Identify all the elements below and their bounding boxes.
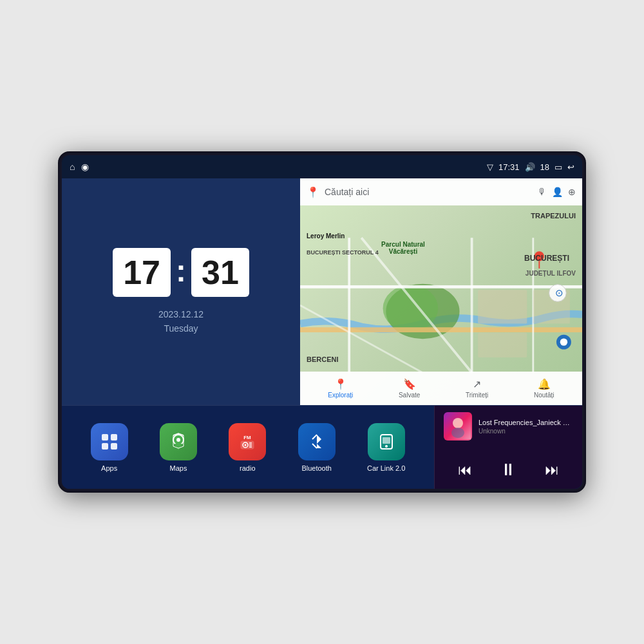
bt-icon-img [298,423,336,460]
volume-level: 18 [540,162,549,172]
mic-icon[interactable]: 🎙 [538,187,547,197]
share-icon: ↗ [473,378,481,390]
svg-rect-19 [111,434,117,440]
svg-point-1 [383,285,439,332]
clock-display: 17 : 31 [113,248,249,297]
svg-rect-20 [102,443,108,450]
nav-noutati[interactable]: 🔔 Noutăți [534,378,554,399]
apps-icon[interactable]: Apps [91,423,128,472]
map-widget[interactable]: 📍 Căutați aici 🎙 👤 ⊕ [300,178,582,405]
carlink-icon-img [368,423,405,460]
map-search-bar[interactable]: 📍 Căutați aici 🎙 👤 ⊕ [300,178,582,205]
signal-icon: ▽ [487,162,493,172]
music-top: Lost Frequencies_Janieck Devy-... Unknow… [444,412,573,440]
status-time: 17:31 [498,162,520,172]
carlink-label: Car Link 2.0 [367,464,405,472]
battery-icon: ▭ [554,162,562,172]
map-search-icons: 🎙 👤 ⊕ [538,187,576,197]
apps-label: Apps [101,464,117,472]
bucuresti-label: BUCUREȘTI [524,254,569,263]
nav-noutati-label: Noutăți [534,392,554,399]
news-icon: 🔔 [538,378,551,390]
judet-label: JUDEȚUL ILFOV [526,270,576,277]
radio-label: radio [240,464,255,472]
screen: ⌂ ◉ ▽ 17:31 🔊 18 ▭ ↩ 17 : 31 [62,155,582,489]
prev-button[interactable]: ⏮ [453,459,477,481]
top-section: 17 : 31 2023.12.12 Tuesday 📍 Căutați aic… [62,178,582,405]
status-right-info: ▽ 17:31 🔊 18 ▭ ↩ [487,162,574,172]
main-content: 17 : 31 2023.12.12 Tuesday 📍 Căutați aic… [62,178,582,489]
svg-rect-21 [111,443,117,450]
bluetooth-label: Bluetooth [301,464,331,472]
clock-hour: 17 [113,248,171,297]
apps-icon-img [91,423,128,460]
svg-rect-33 [383,437,390,444]
nav-explorați[interactable]: 📍 Explorați [328,378,353,399]
svg-point-37 [451,428,464,438]
maps-icon-img [160,423,197,460]
nav-salvate-label: Salvate [399,392,420,399]
app-grid: Apps Maps [62,406,434,489]
maps-label: Maps [170,464,187,472]
map-pin-icon: 📍 [307,186,319,198]
bluetooth-app-icon[interactable]: Bluetooth [298,423,336,472]
maps-app-icon[interactable]: Maps [160,423,197,472]
svg-point-28 [245,444,247,446]
nav-salvate[interactable]: 🔖 Salvate [399,378,420,399]
svg-text:FM: FM [244,435,252,440]
clock-widget: 17 : 31 2023.12.12 Tuesday [62,178,300,405]
svg-point-36 [453,418,463,428]
next-button[interactable]: ⏭ [540,459,564,481]
radio-app-icon[interactable]: FM radio [229,423,266,472]
volume-icon: 🔊 [525,162,535,172]
svg-rect-11 [478,333,527,357]
bottom-section: Apps Maps [62,405,582,489]
maps-icon[interactable]: ◉ [81,162,89,172]
clock-colon: : [176,253,186,289]
more-icon[interactable]: ⊕ [568,187,576,197]
nav-explora-label: Explorați [328,392,353,399]
map-search-text[interactable]: Căutați aici [325,187,533,197]
music-controls: ⏮ ⏸ ⏭ [444,457,573,482]
parc-label: Parcul Natural Văcărești [374,241,432,255]
trapezului-label: TRAPEZULUI [531,212,576,220]
svg-point-34 [385,445,388,448]
back-icon[interactable]: ↩ [567,162,574,172]
status-bar: ⌂ ◉ ▽ 17:31 🔊 18 ▭ ↩ [62,155,582,178]
sector4-label: BUCUREȘTI SECTORUL 4 [307,249,379,256]
nav-trimiteti-label: Trimiteți [466,392,488,399]
music-player: Lost Frequencies_Janieck Devy-... Unknow… [434,406,582,489]
svg-point-13 [560,338,567,345]
berceni-label: BERCENI [307,355,339,363]
nav-trimiteti[interactable]: ↗ Trimiteți [466,378,488,399]
music-title: Lost Frequencies_Janieck Devy-... [478,419,573,426]
account-icon[interactable]: 👤 [552,187,563,197]
music-info: Lost Frequencies_Janieck Devy-... Unknow… [478,419,573,435]
music-artist: Unknown [478,428,573,435]
clock-date: 2023.12.12 Tuesday [158,307,204,336]
play-pause-button[interactable]: ⏸ [495,457,522,482]
car-display: ⌂ ◉ ▽ 17:31 🔊 18 ▭ ↩ 17 : 31 [58,151,586,493]
music-thumbnail [444,412,472,440]
svg-text:⊙: ⊙ [555,287,564,298]
status-left-icons: ⌂ ◉ [70,162,89,172]
leroy-label: Leroy Merlin [307,232,345,240]
saved-icon: 🔖 [403,378,416,390]
radio-icon-img: FM [229,423,266,460]
carlink-app-icon[interactable]: Car Link 2.0 [367,423,405,472]
svg-rect-9 [478,290,527,323]
home-icon[interactable]: ⌂ [70,162,75,172]
clock-minute: 31 [191,248,249,297]
svg-rect-18 [102,434,108,440]
map-bottom-bar: 📍 Explorați 🔖 Salvate ↗ Trimiteți 🔔 [300,372,582,405]
svg-point-23 [176,438,180,442]
explore-icon: 📍 [334,378,347,390]
